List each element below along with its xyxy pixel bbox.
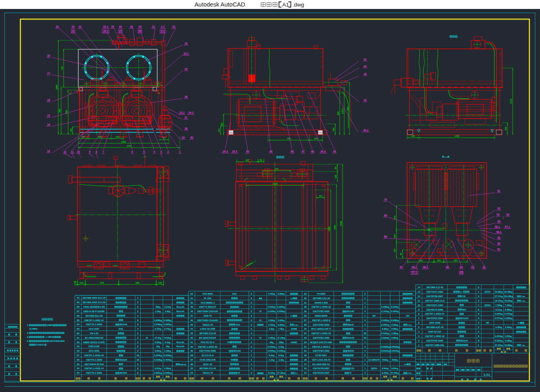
svg-text:GB/T97.1-2002-14: GB/T97.1-2002-14 [84, 367, 104, 370]
svg-text:M10x30: M10x30 [120, 359, 127, 361]
svg-text:YB231-70: YB231-70 [202, 372, 213, 374]
svg-text:852: 852 [337, 111, 339, 115]
svg-text:8.84kg: 8.84kg [392, 367, 398, 370]
svg-text:50: 50 [400, 253, 402, 255]
svg-text:48: 48 [190, 310, 193, 313]
svg-text:34.1: 34.1 [184, 52, 189, 55]
svg-text:GLC3-10-H: GLC3-10-H [201, 354, 213, 357]
svg-text:Autodesk AutoCAD: Autodesk AutoCAD [195, 1, 245, 8]
svg-text:20.98kg: 20.98kg [505, 291, 512, 293]
svg-text:2: 2 [137, 301, 139, 304]
svg-text:34: 34 [190, 372, 193, 374]
svg-text:8kg: 8kg [270, 341, 273, 344]
svg-text:67: 67 [77, 310, 80, 313]
svg-text:0.0004kg: 0.0004kg [381, 350, 390, 352]
svg-text:61: 61 [77, 337, 80, 339]
svg-text:5: 5 [143, 150, 145, 153]
svg-text:0.044kg: 0.044kg [268, 310, 275, 313]
svg-text:11: 11 [71, 150, 74, 153]
svg-text:NR: NR [486, 322, 489, 324]
svg-text:100: 100 [70, 128, 72, 132]
svg-text:4.4kg: 4.4kg [165, 310, 170, 313]
svg-text:7: 7 [418, 317, 420, 319]
svg-text:23.2: 23.2 [179, 111, 185, 114]
svg-text:43: 43 [190, 332, 193, 335]
svg-text:60: 60 [497, 242, 500, 245]
svg-text:0.004kg: 0.004kg [495, 335, 502, 337]
svg-text:M24x100: M24x100 [460, 317, 468, 319]
svg-text:935.5: 935.5 [341, 108, 344, 114]
svg-text:23.1: 23.1 [103, 25, 108, 28]
svg-text:202: 202 [394, 234, 396, 238]
svg-text:HM20-20/315-C-K35: HM20-20/315-C-K35 [83, 341, 105, 344]
svg-text:41: 41 [190, 341, 193, 344]
svg-text:16: 16 [137, 354, 139, 357]
svg-text:3: 3 [160, 150, 162, 153]
svg-text:37: 37 [184, 116, 188, 119]
svg-text:GB/T6170-2000: GB/T6170-2000 [427, 308, 443, 311]
svg-text:Q11F-16: Q11F-16 [203, 363, 212, 366]
svg-text:11: 11 [418, 300, 420, 302]
svg-text:5.58kg: 5.58kg [268, 337, 275, 339]
svg-text:11.16kg: 11.16kg [277, 337, 285, 339]
svg-text:3: 3 [418, 335, 420, 337]
svg-text:Rexroth: Rexroth [177, 341, 184, 344]
svg-text:35: 35 [259, 337, 262, 339]
svg-text:GB/707-1988-12.6: GB/707-1988-12.6 [425, 300, 444, 302]
svg-text:21: 21 [304, 346, 307, 348]
svg-text:223: 223 [411, 135, 415, 137]
svg-text:V3D0-1BORKN-LSN: V3D0-1BORKN-LSN [83, 306, 105, 308]
svg-text:0.42kg: 0.42kg [505, 326, 511, 328]
svg-text:AFH 3002: AFH 3002 [89, 350, 100, 352]
svg-text:Y6-500F: Y6-500F [317, 293, 326, 295]
svg-text:42: 42 [190, 337, 193, 339]
svg-text:1.8m: 1.8m [521, 295, 525, 297]
svg-text:2: 2 [251, 324, 252, 326]
svg-text:1:12: 1:12 [483, 373, 490, 377]
svg-text:16: 16 [304, 367, 307, 370]
svg-text:RAPR 2-650: RAPR 2-650 [314, 302, 328, 304]
svg-text:GB/T71 M10x27: GB/T71 M10x27 [199, 306, 216, 308]
svg-text:1: 1 [364, 315, 366, 317]
svg-text:497: 497 [454, 259, 457, 262]
svg-text:GB/T14039-2002: GB/T14039-2002 [49, 340, 65, 342]
svg-text:61: 61 [497, 248, 500, 251]
svg-text:150: 150 [351, 368, 354, 370]
svg-text:78.84kg: 78.84kg [505, 300, 512, 302]
svg-text:GB/T4237-1992: GB/T4237-1992 [427, 291, 443, 293]
svg-text:15: 15 [47, 114, 50, 117]
svg-text:18: 18 [47, 54, 50, 57]
svg-text:42: 42 [363, 65, 367, 68]
svg-text:1: 1 [478, 291, 480, 293]
svg-text:2: 2 [137, 363, 139, 366]
svg-text:3.41kg: 3.41kg [268, 324, 275, 326]
svg-text:20: 20 [304, 350, 307, 352]
svg-text:49: 49 [190, 306, 193, 308]
svg-text:JB/T986-ZJJ-42: JB/T986-ZJJ-42 [426, 286, 443, 288]
svg-text:8: 8 [478, 339, 480, 342]
svg-text:31: 31 [304, 302, 307, 304]
svg-text:0.049kg: 0.049kg [154, 323, 162, 326]
svg-text:7: 7 [102, 150, 104, 153]
svg-text:66: 66 [77, 315, 80, 317]
svg-text:25: 25 [304, 328, 307, 330]
svg-text:27.41kg: 27.41kg [495, 344, 502, 346]
svg-text:0.024kg: 0.024kg [391, 306, 398, 308]
svg-text:GB/T5782-2000: GB/T5782-2000 [313, 350, 330, 352]
svg-text:327: 327 [394, 249, 396, 252]
svg-text:6: 6 [131, 150, 133, 153]
svg-text:0.02kg: 0.02kg [268, 319, 275, 322]
svg-text:8: 8 [418, 313, 420, 315]
svg-text:8.12kg: 8.12kg [268, 372, 275, 374]
svg-text:250: 250 [314, 137, 318, 140]
svg-text:230: 230 [505, 127, 507, 130]
svg-text:M20X35: M20X35 [234, 350, 241, 352]
svg-text:9: 9 [89, 150, 91, 153]
svg-text:2: 2 [251, 293, 252, 295]
svg-text:Rexroth: Rexroth [177, 306, 184, 308]
svg-text:14: 14 [47, 123, 50, 126]
svg-text:80: 80 [260, 159, 262, 161]
svg-text:B2-100X70X107: B2-100X70X107 [199, 337, 216, 339]
svg-text:GB/T97.1-2002-10: GB/T97.1-2002-10 [425, 335, 444, 337]
svg-text:M10x40: M10x40 [461, 340, 468, 342]
